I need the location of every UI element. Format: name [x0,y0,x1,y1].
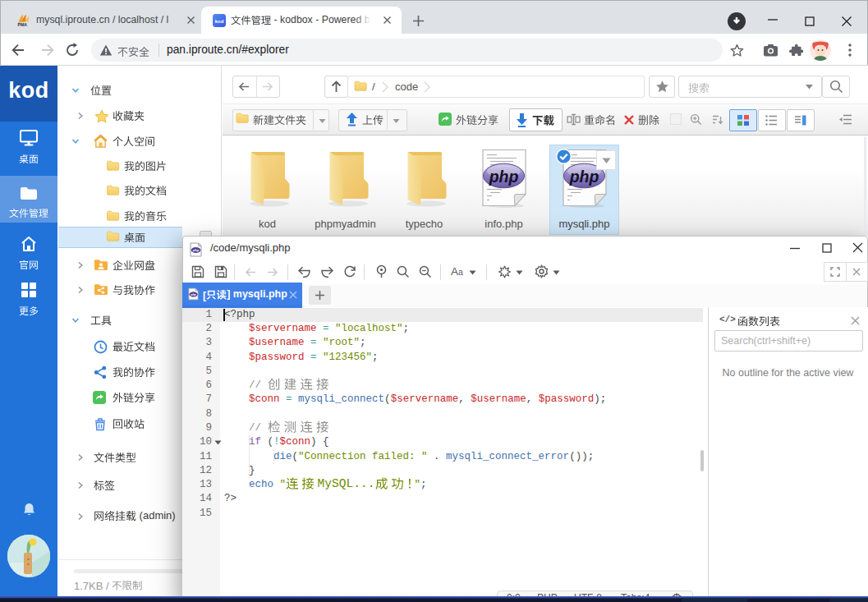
svg-text:php: php [192,248,200,252]
svg-text:php: php [489,168,519,186]
svg-text:php: php [569,168,599,186]
svg-text:php: php [190,293,196,296]
svg-text:kod: kod [215,19,224,24]
svg-text:PMA: PMA [18,22,28,27]
